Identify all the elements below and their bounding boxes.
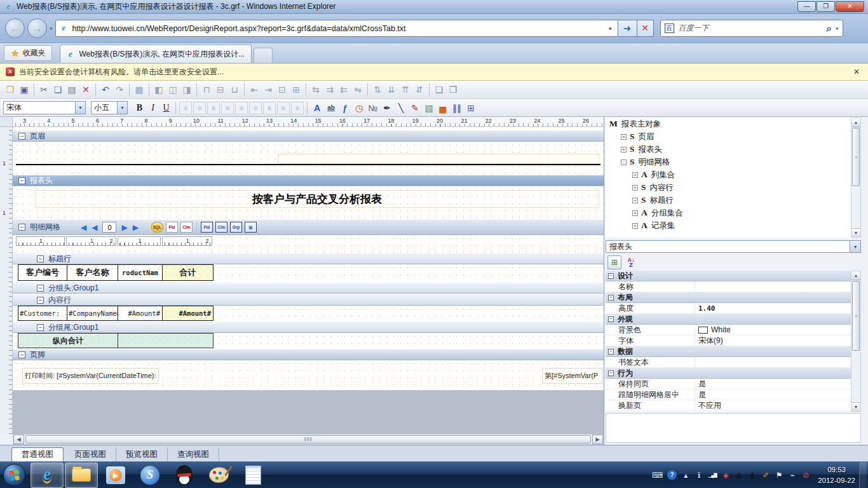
band-page-header[interactable]: – 页眉 xyxy=(13,130,604,142)
band-title-row[interactable]: – 标题行 xyxy=(13,253,604,264)
align-left-icon[interactable]: ◧ xyxy=(152,83,166,97)
font-size-select[interactable]: 小五 ▾ xyxy=(91,101,128,114)
space-v-remove-icon[interactable]: ⇵ xyxy=(412,83,426,97)
property-value[interactable]: White xyxy=(695,325,851,335)
tree-item-记录集[interactable]: +A记录集 xyxy=(606,219,851,232)
property-value[interactable]: 是 xyxy=(695,390,851,400)
align-top-center-icon[interactable]: ≡ xyxy=(193,102,206,114)
header-line[interactable] xyxy=(16,164,600,165)
keyboard-icon[interactable]: ⌨ xyxy=(652,470,663,480)
align-middle-center-icon[interactable]: ≡ xyxy=(235,102,248,114)
close-button[interactable]: ✕ xyxy=(836,1,864,12)
collapse-icon[interactable]: – xyxy=(18,133,25,140)
vertical-total-value-cell[interactable] xyxy=(118,333,214,348)
band-report-header[interactable]: – 报表头 xyxy=(13,175,604,186)
property-value[interactable] xyxy=(695,281,851,292)
tree-scrollbar[interactable]: ▲ ≡ ▼ xyxy=(851,118,861,238)
data-table-icon[interactable]: ⊞ xyxy=(464,101,478,115)
ime-icon[interactable]: ℹ xyxy=(695,470,703,480)
forward-button[interactable]: → xyxy=(27,18,47,38)
taskbar-button-qq[interactable] xyxy=(168,463,201,488)
security-warning-bar[interactable]: ✕ 当前安全设置会使计算机有风险。请单击这里更改安全设置... ✕ xyxy=(0,64,868,81)
tree-item-内容行[interactable]: +S内容行 xyxy=(606,181,851,194)
maximize-button[interactable]: ❐ xyxy=(817,1,835,12)
tree-item-页眉[interactable]: +S页眉 xyxy=(606,130,851,143)
paste-icon[interactable]: ▤ xyxy=(65,83,79,97)
search-icon[interactable]: ⌕ xyxy=(827,23,832,34)
content-cell-customer-id[interactable]: #Customer: xyxy=(18,306,67,321)
tree-item-明细网格[interactable]: -S明细网格 xyxy=(606,156,851,168)
categorized-view-icon[interactable]: ⊞ xyxy=(607,255,621,269)
qq-user-1-icon[interactable]: ♟ xyxy=(735,470,743,480)
space-h-increase-icon[interactable]: ⇉ xyxy=(323,83,337,97)
italic-button[interactable]: I xyxy=(146,101,159,114)
tree-scrollbar-thumb[interactable]: ≡ xyxy=(852,128,860,186)
record-next-button[interactable]: ▶ xyxy=(121,223,127,232)
space-h-remove-icon[interactable]: ⇋ xyxy=(351,83,365,97)
fields-icon[interactable]: Fld xyxy=(166,222,178,233)
font-color-icon[interactable]: A xyxy=(310,101,324,115)
cut-icon[interactable]: ✂ xyxy=(37,83,51,97)
collapse-icon[interactable]: – xyxy=(37,324,44,331)
scroll-right-icon[interactable]: ▶ xyxy=(592,435,603,444)
volume-muted-icon[interactable]: ⊘ xyxy=(801,470,810,480)
sort-az-icon[interactable]: A↓Z xyxy=(624,255,638,269)
property-value[interactable] xyxy=(695,357,851,367)
go-button[interactable]: ➜ xyxy=(618,20,637,37)
same-width-icon[interactable]: ⇤ xyxy=(247,83,261,97)
column-ruler[interactable]: 1 xyxy=(118,236,161,246)
view-tab-查询视图[interactable]: 查询视图 xyxy=(168,447,219,461)
save-icon[interactable]: ▣ xyxy=(17,83,31,97)
scroll-up-icon[interactable]: ▲ xyxy=(851,118,860,127)
column-ruler[interactable]: 12 xyxy=(66,236,116,246)
header-cell-product-name[interactable]: roductNam xyxy=(118,264,163,281)
collapse-icon[interactable]: − xyxy=(608,349,614,355)
page-header-field[interactable] xyxy=(278,154,599,164)
search-input[interactable]: 百度一下 xyxy=(679,23,709,34)
space-v-equal-icon[interactable]: ⇅ xyxy=(370,83,384,97)
help-icon[interactable]: ? xyxy=(667,470,677,480)
property-object-dropdown-icon[interactable]: ▾ xyxy=(850,241,860,252)
style-pen-icon[interactable]: ✎ xyxy=(408,101,422,115)
record-index-input[interactable] xyxy=(102,222,116,233)
same-size-icon[interactable]: ⊡ xyxy=(275,83,289,97)
property-category-数据[interactable]: −数据 xyxy=(606,346,851,357)
delete-icon[interactable]: ✕ xyxy=(79,83,93,97)
tray-expand-icon[interactable]: ▴ xyxy=(681,470,690,480)
redo-icon[interactable]: ↷ xyxy=(112,83,126,97)
collapse-icon[interactable]: – xyxy=(37,285,44,292)
scroll-up-icon[interactable]: ▲ xyxy=(851,271,860,280)
property-row-高度[interactable]: 高度1.40 xyxy=(606,303,851,314)
undo-icon[interactable]: ↶ xyxy=(98,83,112,97)
report-header-area[interactable]: 按客户与产品交叉分析报表 xyxy=(13,186,604,219)
same-height-icon[interactable]: ⇥ xyxy=(261,83,275,97)
align-middle-left-icon[interactable]: ≡ xyxy=(221,102,234,114)
taskbar-button-ie[interactable]: e xyxy=(31,463,64,488)
scroll-down-icon[interactable]: ▼ xyxy=(851,402,860,411)
font-family-dropdown-icon[interactable]: ▾ xyxy=(75,102,85,114)
scrollbar-thumb[interactable]: ⦀⦀⦀ xyxy=(25,435,591,444)
align-middle-icon[interactable]: ⊟ xyxy=(214,83,227,97)
space-v-decrease-icon[interactable]: ⇈ xyxy=(398,83,412,97)
font-size-dropdown-icon[interactable]: ▾ xyxy=(117,102,127,114)
expand-icon[interactable]: + xyxy=(632,210,638,216)
action-center-icon[interactable]: ⚑ xyxy=(775,470,783,480)
address-dropdown-icon[interactable]: ▾ xyxy=(606,25,614,32)
bold-button[interactable]: B xyxy=(133,101,146,114)
font-family-select[interactable]: 宋体 ▾ xyxy=(3,101,86,114)
property-category-布局[interactable]: −布局 xyxy=(606,292,851,303)
security-icon[interactable]: ◈ xyxy=(721,470,730,480)
sql-datasource-icon[interactable]: SQL xyxy=(151,222,163,233)
taskbar-button-notepad[interactable] xyxy=(236,463,269,488)
search-box[interactable]: 百 百度一下 ⌕ ▾ xyxy=(660,20,843,37)
horizontal-scrollbar[interactable]: ◀ ⦀⦀⦀ ▶ xyxy=(13,434,604,445)
tree-item-root[interactable]: M报表主对象 xyxy=(606,118,851,130)
tree-item-报表头[interactable]: +S报表头 xyxy=(606,143,851,156)
warning-close-icon[interactable]: ✕ xyxy=(851,67,862,76)
page-number-icon[interactable]: № xyxy=(366,101,380,115)
header-cell-customer-id[interactable]: 客户编号 xyxy=(18,264,67,281)
show-desktop-button[interactable] xyxy=(859,462,867,488)
report-title[interactable]: 按客户与产品交叉分析报表 xyxy=(35,190,599,208)
property-value[interactable]: 1.40 xyxy=(695,303,851,313)
collapse-icon[interactable]: − xyxy=(608,370,614,376)
